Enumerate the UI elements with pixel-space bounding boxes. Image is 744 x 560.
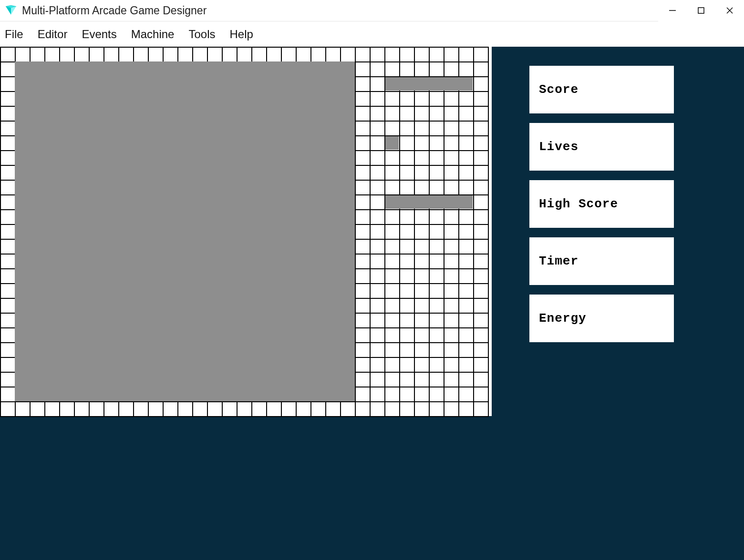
grid-cell[interactable] — [370, 106, 385, 122]
close-button[interactable] — [715, 0, 744, 21]
grid-cell[interactable] — [444, 254, 459, 269]
grid-cell[interactable] — [384, 313, 400, 328]
grid-cell[interactable] — [414, 165, 430, 181]
grid-cell[interactable] — [444, 61, 459, 77]
grid-cell[interactable] — [414, 372, 430, 387]
grid-cell[interactable] — [429, 239, 444, 255]
grid-cell[interactable] — [473, 194, 489, 210]
grid-cell[interactable] — [370, 401, 385, 417]
menu-tools[interactable]: Tools — [188, 28, 215, 41]
grid-cell[interactable] — [281, 401, 297, 417]
menu-events[interactable]: Events — [82, 28, 116, 41]
grid-cell[interactable] — [296, 401, 311, 417]
grid-cell[interactable] — [473, 91, 489, 107]
grid-cell[interactable] — [370, 121, 385, 136]
grid-cell[interactable] — [355, 209, 371, 225]
grid-cell[interactable] — [458, 180, 474, 195]
grid-cell[interactable] — [458, 313, 474, 328]
grid-cell[interactable] — [473, 47, 489, 62]
grid-cell[interactable] — [355, 224, 371, 240]
grid-cell[interactable] — [103, 47, 119, 62]
grid-cell[interactable] — [355, 121, 371, 136]
grid-cell[interactable] — [384, 372, 400, 387]
grid-cell[interactable] — [0, 387, 16, 402]
grid-cell[interactable] — [399, 47, 415, 62]
grid-cell[interactable] — [355, 401, 371, 417]
grid-cell[interactable] — [444, 47, 459, 62]
grid-cell[interactable] — [370, 61, 385, 77]
grid-cell[interactable] — [325, 401, 341, 417]
grid-cell[interactable] — [222, 401, 238, 417]
grid-cell[interactable] — [370, 180, 385, 195]
grid-cell[interactable] — [458, 327, 474, 343]
grid-cell[interactable] — [473, 106, 489, 122]
grid-cell[interactable] — [355, 135, 371, 151]
grid-cell[interactable] — [473, 121, 489, 136]
grid-cell[interactable] — [177, 47, 193, 62]
grid-cell[interactable] — [384, 357, 400, 373]
grid-cell[interactable] — [370, 268, 385, 284]
grid-cell[interactable] — [414, 209, 430, 225]
grid-cell[interactable] — [370, 209, 385, 225]
grid-cell[interactable] — [370, 387, 385, 402]
hud-button-score[interactable]: Score — [529, 66, 674, 113]
grid-cell[interactable] — [370, 76, 385, 92]
grid-cell[interactable] — [74, 401, 90, 417]
grid-cell[interactable] — [458, 401, 474, 417]
grid-cell[interactable] — [384, 180, 400, 195]
grid-cell[interactable] — [458, 121, 474, 136]
placed-element-0[interactable] — [385, 77, 473, 91]
grid-cell[interactable] — [384, 121, 400, 136]
grid-cell[interactable] — [384, 342, 400, 358]
grid-cell[interactable] — [444, 121, 459, 136]
menu-help[interactable]: Help — [230, 28, 253, 41]
grid-cell[interactable] — [414, 283, 430, 299]
grid-cell[interactable] — [355, 150, 371, 166]
grid-cell[interactable] — [192, 401, 208, 417]
grid-cell[interactable] — [370, 298, 385, 314]
grid-cell[interactable] — [355, 194, 371, 210]
grid-cell[interactable] — [59, 401, 75, 417]
grid-cell[interactable] — [473, 387, 489, 402]
hud-button-lives[interactable]: Lives — [529, 123, 674, 171]
grid-cell[interactable] — [458, 357, 474, 373]
grid-cell[interactable] — [444, 91, 459, 107]
grid-cell[interactable] — [237, 401, 252, 417]
grid-cell[interactable] — [103, 401, 119, 417]
grid-cell[interactable] — [399, 180, 415, 195]
grid-cell[interactable] — [384, 209, 400, 225]
grid-cell[interactable] — [414, 150, 430, 166]
grid-cell[interactable] — [355, 298, 371, 314]
grid-cell[interactable] — [429, 165, 444, 181]
grid-cell[interactable] — [414, 106, 430, 122]
grid-cell[interactable] — [458, 372, 474, 387]
grid-cell[interactable] — [30, 47, 45, 62]
grid-cell[interactable] — [429, 283, 444, 299]
grid-cell[interactable] — [370, 342, 385, 358]
maximize-button[interactable] — [687, 0, 715, 21]
grid-cell[interactable] — [414, 61, 430, 77]
grid-cell[interactable] — [444, 298, 459, 314]
grid-cell[interactable] — [0, 298, 16, 314]
grid-cell[interactable] — [133, 401, 149, 417]
grid-cell[interactable] — [399, 61, 415, 77]
grid-cell[interactable] — [44, 47, 60, 62]
grid-cell[interactable] — [355, 357, 371, 373]
grid-cell[interactable] — [399, 283, 415, 299]
grid-cell[interactable] — [370, 224, 385, 240]
grid-cell[interactable] — [399, 298, 415, 314]
grid-cell[interactable] — [458, 209, 474, 225]
grid-cell[interactable] — [266, 47, 282, 62]
grid-cell[interactable] — [429, 327, 444, 343]
grid-cell[interactable] — [370, 254, 385, 269]
grid-cell[interactable] — [370, 239, 385, 255]
grid-cell[interactable] — [325, 47, 341, 62]
grid-cell[interactable] — [355, 180, 371, 195]
grid-cell[interactable] — [429, 387, 444, 402]
grid-cell[interactable] — [473, 239, 489, 255]
grid-cell[interactable] — [355, 61, 371, 77]
grid-cell[interactable] — [384, 224, 400, 240]
grid-cell[interactable] — [355, 313, 371, 328]
grid-cell[interactable] — [0, 61, 16, 77]
grid-cell[interactable] — [370, 372, 385, 387]
